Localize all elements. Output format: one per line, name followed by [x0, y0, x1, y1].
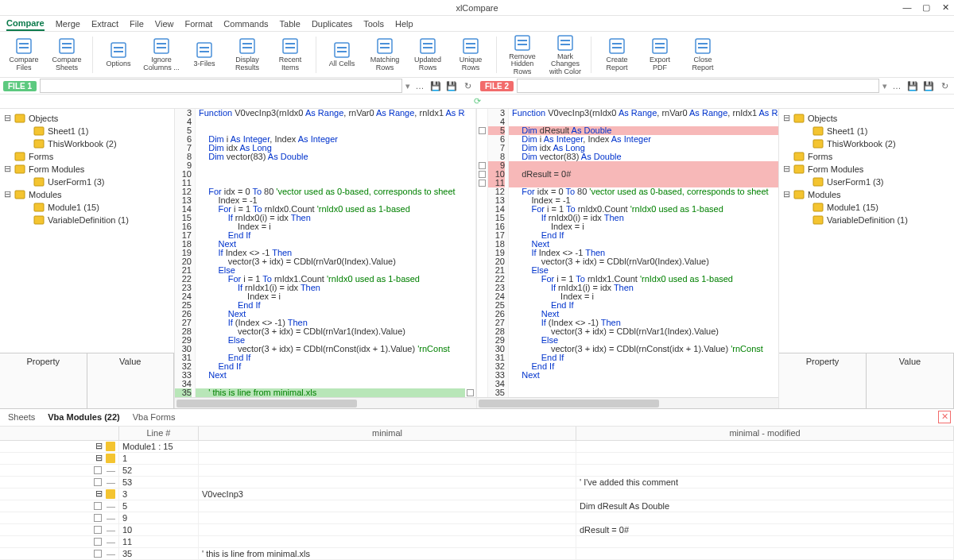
tree-userform1[interactable]: UserForm1 (3)	[2, 176, 173, 188]
checkbox[interactable]	[94, 514, 102, 522]
menu-duplicates[interactable]: Duplicates	[312, 17, 352, 30]
property-header[interactable]: Property	[0, 353, 87, 408]
ribbon-compare-files[interactable]: CompareFiles	[5, 33, 43, 76]
code-line[interactable]: vector(3 + idx) = CDbl(rnVar0(Index).Val…	[196, 257, 465, 266]
menu-commands[interactable]: Commands	[223, 17, 268, 30]
code-line[interactable]: vector(3 + idx) = CDbl(rnVar0(Index).Val…	[509, 257, 778, 266]
checkbox[interactable]	[94, 526, 102, 534]
diff-row[interactable]: —52	[0, 465, 954, 477]
ribbon-updated-rows[interactable]: UpdatedRows	[409, 33, 447, 76]
code-line[interactable]	[196, 161, 465, 170]
ribbon-recent-items[interactable]: RecentItems	[271, 33, 309, 76]
diff-row[interactable]: —10dResult = 0#	[0, 524, 954, 536]
diff-marker[interactable]	[479, 162, 486, 169]
tree-thisworkbook[interactable]: ThisWorkbook (2)	[781, 137, 952, 150]
file2-save2-icon[interactable]: 💾	[922, 79, 935, 92]
diff-row[interactable]: ⊟Module1 : 15	[0, 441, 954, 453]
diff-row[interactable]: —11	[0, 536, 954, 548]
ribbon-close-report[interactable]: CloseReport	[684, 33, 722, 76]
file1-input[interactable]	[40, 79, 402, 93]
code-line[interactable]: Function V0vecInp3(rnIdx0 As Range, rnVa…	[196, 109, 465, 118]
ribbon-mark-changes-with-color[interactable]: Mark Changeswith Color	[546, 33, 584, 76]
tree-form-modules[interactable]: ⊟Form Modules	[781, 163, 952, 176]
property-header-r[interactable]: Property	[779, 353, 867, 408]
ribbon-compare-sheets[interactable]: CompareSheets	[48, 33, 86, 76]
tree-module1[interactable]: Module1 (15)	[781, 201, 952, 214]
bottom-tab-sheets[interactable]: Sheets	[8, 412, 35, 422]
ribbon-remove-hidden-rows[interactable]: RemoveHidden Rows	[503, 33, 541, 76]
diff-row[interactable]: —5Dim dResult As Double	[0, 500, 954, 512]
menu-file[interactable]: File	[130, 17, 144, 30]
diff-row[interactable]: —35' this is line from minimal.xls	[0, 548, 954, 560]
file1-save-icon[interactable]: 💾	[429, 79, 442, 92]
ribbon-ignore-columns-[interactable]: IgnoreColumns ...	[142, 33, 180, 76]
checkbox[interactable]	[94, 502, 102, 510]
diff-row[interactable]: ⊟1	[0, 453, 954, 465]
code-line[interactable]: Function V0vecInp3(rnIdx0 As Range, rnVa…	[509, 109, 778, 118]
tree-objects[interactable]: ⊟Objects	[2, 112, 173, 125]
tree-module1[interactable]: Module1 (15)	[2, 201, 173, 214]
menu-extract[interactable]: Extract	[91, 17, 118, 30]
code-line[interactable]	[509, 380, 778, 388]
ribbon-3-files[interactable]: 3-Files	[185, 33, 223, 76]
file2-input[interactable]	[517, 79, 879, 93]
tree-sheet1[interactable]: Sheet1 (1)	[781, 125, 952, 137]
ribbon-unique-rows[interactable]: UniqueRows	[452, 33, 490, 76]
tree-objects[interactable]: ⊟Objects	[781, 112, 952, 125]
menu-format[interactable]: Format	[185, 17, 213, 30]
checkbox[interactable]	[94, 478, 102, 486]
file1-browse-icon[interactable]: …	[413, 79, 426, 92]
diff-row[interactable]: —53' I've added this comment	[0, 477, 954, 489]
code-line[interactable]	[509, 388, 778, 397]
menu-merge[interactable]: Merge	[56, 17, 80, 30]
checkbox[interactable]	[94, 538, 102, 546]
diff-marker[interactable]	[467, 389, 474, 396]
hscroll-left[interactable]	[175, 397, 476, 408]
ribbon-all-cells[interactable]: All Cells	[323, 33, 361, 76]
tree-thisworkbook[interactable]: ThisWorkbook (2)	[2, 137, 173, 150]
tree-sheet1[interactable]: Sheet1 (1)	[2, 125, 173, 137]
ribbon-display-results[interactable]: DisplayResults	[228, 33, 266, 76]
line-header[interactable]: Line #	[119, 427, 199, 440]
bottom-tab-vba-forms[interactable]: Vba Forms	[133, 412, 176, 422]
menu-table[interactable]: Table	[280, 17, 301, 30]
menu-compare[interactable]: Compare	[6, 17, 45, 31]
file2-save-icon[interactable]: 💾	[906, 79, 919, 92]
code-line[interactable]: End If	[509, 362, 778, 371]
diff-marker[interactable]	[479, 127, 486, 134]
close-panel-button[interactable]: ✕	[938, 411, 951, 423]
bottom-tab-vba-modules-22-[interactable]: Vba Modules (22)	[48, 412, 119, 422]
tree-userform1[interactable]: UserForm1 (3)	[781, 176, 952, 188]
diff-marker[interactable]	[479, 171, 486, 178]
minimize-button[interactable]: —	[902, 2, 913, 13]
code-line[interactable]	[196, 118, 465, 126]
menu-view[interactable]: View	[155, 17, 174, 30]
file1-close-icon[interactable]: ↻	[461, 79, 474, 92]
code-line[interactable]: Next	[196, 371, 465, 380]
code-line[interactable]: Dim vector(83) As Double	[509, 153, 778, 161]
diff-row[interactable]: ⊟3V0vecInp3	[0, 489, 954, 500]
hscroll-right[interactable]	[477, 397, 778, 408]
maximize-button[interactable]: ▢	[921, 2, 932, 13]
ribbon-create-report[interactable]: CreateReport	[598, 33, 636, 76]
file2-close-icon[interactable]: ↻	[938, 79, 951, 92]
tree-form-modules[interactable]: ⊟Form Modules	[2, 163, 173, 176]
code-line[interactable]: End If	[196, 362, 465, 371]
ribbon-options[interactable]: Options	[99, 33, 138, 76]
checkbox[interactable]	[94, 550, 102, 558]
value-header[interactable]: Value	[87, 353, 175, 408]
code-line[interactable]: Dim vector(83) As Double	[196, 153, 465, 161]
menu-help[interactable]: Help	[395, 17, 413, 30]
tree-variabledefinition[interactable]: VariableDefinition (1)	[781, 214, 952, 226]
tree-variabledefinition[interactable]: VariableDefinition (1)	[2, 214, 173, 226]
right-header[interactable]: minimal - modified	[576, 427, 954, 440]
left-header[interactable]: minimal	[199, 427, 576, 440]
checkbox[interactable]	[94, 466, 102, 474]
value-header-r[interactable]: Value	[867, 353, 954, 408]
code-line[interactable]: ' this is line from minimal.xls	[196, 388, 465, 397]
menu-tools[interactable]: Tools	[363, 17, 384, 30]
ribbon-export-pdf[interactable]: ExportPDF	[641, 33, 679, 76]
tree-forms[interactable]: Forms	[781, 150, 952, 163]
code-line[interactable]: dResult = 0#	[509, 170, 778, 179]
code-line[interactable]	[196, 170, 465, 179]
